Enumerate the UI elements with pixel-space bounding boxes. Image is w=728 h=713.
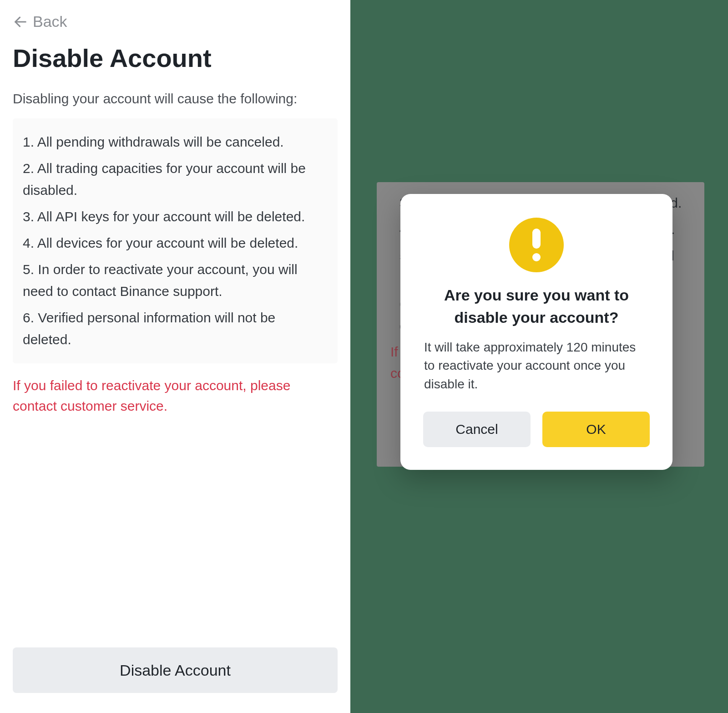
dialog-body: It will take approximately 120 minutes t… xyxy=(423,338,650,394)
list-item: 1. All pending withdrawals will be cance… xyxy=(23,131,328,153)
ok-button[interactable]: OK xyxy=(542,412,650,447)
list-item: 6. Verified personal information will no… xyxy=(23,307,328,351)
consequences-list: 1. All pending withdrawals will be cance… xyxy=(13,118,338,363)
list-item: 2. All trading capacities for your accou… xyxy=(23,158,328,201)
back-label: Back xyxy=(33,13,67,31)
disable-account-button[interactable]: Disable Account xyxy=(13,647,338,693)
list-item: disabled. xyxy=(399,182,695,188)
intro-text: Disabling your account will cause the fo… xyxy=(13,91,338,107)
list-item: 3. All API keys for your account will be… xyxy=(23,206,328,228)
list-item: 4. All devices for your account will be … xyxy=(23,232,328,254)
dialog-title: Are you sure you want to disable your ac… xyxy=(423,284,650,329)
confirm-dialog: Are you sure you want to disable your ac… xyxy=(400,194,672,470)
screen-disable-account: Back Disable Account Disabling your acco… xyxy=(0,0,350,713)
warning-text: If you failed to reactivate your account… xyxy=(13,375,338,416)
cancel-button[interactable]: Cancel xyxy=(423,412,531,447)
warning-icon xyxy=(509,218,564,272)
page-title: Disable Account xyxy=(13,43,338,73)
back-arrow-icon xyxy=(13,14,28,30)
back-button[interactable]: Back xyxy=(13,13,338,31)
list-item: 5. In order to reactivate your account, … xyxy=(23,259,328,302)
